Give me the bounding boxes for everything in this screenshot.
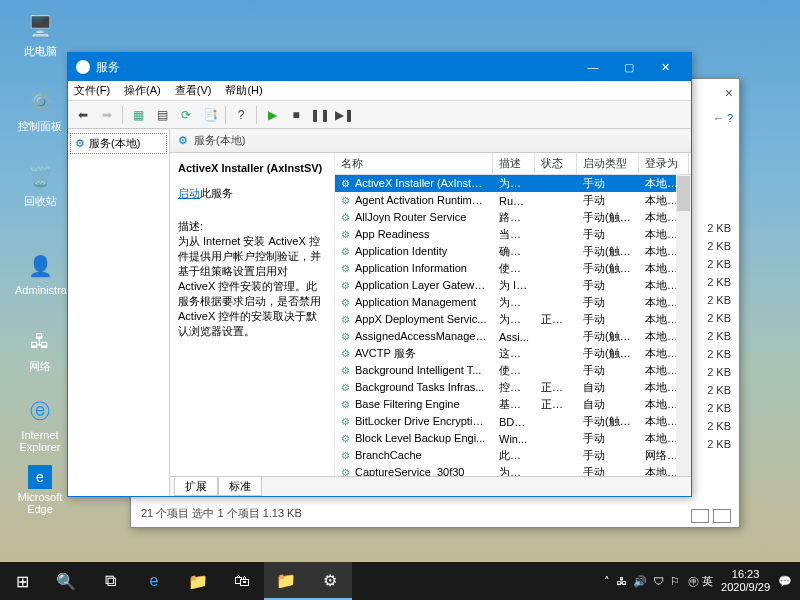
minimize-button[interactable]: — — [575, 53, 611, 81]
menu-view[interactable]: 查看(V) — [175, 83, 212, 98]
taskbar-services[interactable]: ⚙ — [308, 562, 352, 600]
description-text: 为从 Internet 安装 ActiveX 控件提供用户帐户控制验证，并基于组… — [178, 234, 326, 339]
forward-button[interactable]: ➡ — [96, 104, 118, 126]
desktop-icon-pc[interactable]: 🖥️此电脑 — [15, 10, 65, 59]
window-title: 服务 — [96, 59, 575, 76]
tab-standard[interactable]: 标准 — [218, 477, 262, 496]
desktop-icon-ie[interactable]: ⓔInternet Explorer — [15, 395, 65, 453]
maximize-button[interactable]: ▢ — [611, 53, 647, 81]
service-row[interactable]: ⚙Block Level Backup Engi...Win...手动本地系统 — [335, 430, 691, 447]
taskbar-clock[interactable]: 16:23 2020/9/29 — [721, 568, 770, 594]
service-row[interactable]: ⚙CaptureService_30f30为调...手动本地系统 — [335, 464, 691, 476]
taskview-button[interactable]: ⧉ — [88, 562, 132, 600]
desktop-icon-network[interactable]: 🖧网络 — [15, 325, 65, 374]
selected-service-name: ActiveX Installer (AxInstSV) — [178, 161, 326, 176]
view-large-icon[interactable] — [713, 509, 731, 523]
menu-file[interactable]: 文件(F) — [74, 83, 110, 98]
gear-icon: ⚙ — [341, 433, 353, 445]
scrollbar-thumb[interactable] — [677, 176, 690, 211]
view-details-icon[interactable] — [691, 509, 709, 523]
right-pane-header: ⚙ 服务(本地) — [170, 129, 691, 153]
ime-indicator[interactable]: ㊥ 英 — [688, 574, 713, 589]
service-row[interactable]: ⚙App Readiness当用...手动本地系统 — [335, 226, 691, 243]
export-button[interactable]: 📑 — [199, 104, 221, 126]
start-service-button[interactable]: ▶ — [261, 104, 283, 126]
start-button[interactable]: ⊞ — [0, 562, 44, 600]
desktop-icon-edge[interactable]: eMicrosoft Edge — [15, 465, 65, 515]
desktop-icon-admin[interactable]: 👤Administrat... — [15, 250, 65, 296]
gear-icon: ⚙ — [341, 416, 353, 428]
tab-extended[interactable]: 扩展 — [174, 477, 218, 496]
explorer-close-button[interactable]: × — [725, 85, 733, 101]
col-startup[interactable]: 启动类型 — [577, 153, 639, 174]
desktop-icon-recycle-bin[interactable]: 🗑️回收站 — [15, 160, 65, 209]
help-button[interactable]: ? — [230, 104, 252, 126]
col-logon[interactable]: 登录为 — [639, 153, 689, 174]
gear-icon: ⚙ — [341, 263, 353, 275]
col-status[interactable]: 状态 — [535, 153, 577, 174]
action-center-icon[interactable]: 💬 — [778, 575, 792, 588]
service-row[interactable]: ⚙BranchCache此服...手动网络服务 — [335, 447, 691, 464]
taskbar: ⊞ 🔍 ⧉ e 📁 🛍 📁 ⚙ ˄ 🖧 🔊 🛡 ⚐ ㊥ 英 16:23 2020… — [0, 562, 800, 600]
service-detail-pane: ActiveX Installer (AxInstSV) 启动此服务 描述: 为… — [170, 153, 335, 476]
service-row[interactable]: ⚙Application Management为通...手动本地系统 — [335, 294, 691, 311]
taskbar-explorer-running[interactable]: 📁 — [264, 562, 308, 600]
tray-volume-icon[interactable]: 🔊 — [633, 575, 647, 588]
menu-action[interactable]: 操作(A) — [124, 83, 161, 98]
restart-service-button[interactable]: ▶❚ — [333, 104, 355, 126]
service-row[interactable]: ⚙AppX Deployment Servic...为部...正在...手动本地… — [335, 311, 691, 328]
desktop-icon-control-panel[interactable]: ⚙️控制面板 — [15, 85, 65, 134]
stop-service-button[interactable]: ■ — [285, 104, 307, 126]
tray-shield-icon[interactable]: 🛡 — [653, 575, 664, 588]
menu-help[interactable]: 帮助(H) — [225, 83, 262, 98]
service-row[interactable]: ⚙Application Information使用...手动(触发...本地系… — [335, 260, 691, 277]
services-list: 名称 描述 状态 启动类型 登录为 ⚙ActiveX Installer (Ax… — [335, 153, 691, 476]
tray-network-icon[interactable]: 🖧 — [616, 575, 627, 588]
left-tree-pane: ⚙ 服务(本地) — [68, 129, 170, 496]
services-window: 服务 — ▢ ✕ 文件(F) 操作(A) 查看(V) 帮助(H) ⬅ ➡ ▦ ▤… — [67, 52, 692, 497]
menubar: 文件(F) 操作(A) 查看(V) 帮助(H) — [68, 81, 691, 101]
gear-icon: ⚙ — [341, 178, 353, 190]
tray-flag-icon[interactable]: ⚐ — [670, 575, 680, 588]
col-name[interactable]: 名称 — [335, 153, 493, 174]
show-hide-button[interactable]: ▦ — [127, 104, 149, 126]
service-row[interactable]: ⚙AllJoyn Router Service路由...手动(触发...本地服务 — [335, 209, 691, 226]
tree-services-local[interactable]: ⚙ 服务(本地) — [70, 133, 167, 154]
titlebar[interactable]: 服务 — ▢ ✕ — [68, 53, 691, 81]
service-row[interactable]: ⚙Application Identity确定...手动(触发...本地服务 — [335, 243, 691, 260]
back-button[interactable]: ⬅ — [72, 104, 94, 126]
service-row[interactable]: ⚙Background Tasks Infras...控制...正在...自动本… — [335, 379, 691, 396]
col-desc[interactable]: 描述 — [493, 153, 535, 174]
service-row[interactable]: ⚙Background Intelligent T...使用...手动本地系统 — [335, 362, 691, 379]
service-row[interactable]: ⚙BitLocker Drive Encryptio...BDE...手动(触发… — [335, 413, 691, 430]
taskbar-explorer[interactable]: 📁 — [176, 562, 220, 600]
search-button[interactable]: 🔍 — [44, 562, 88, 600]
close-button[interactable]: ✕ — [647, 53, 683, 81]
system-tray[interactable]: ˄ 🖧 🔊 🛡 ⚐ — [604, 575, 680, 588]
taskbar-edge[interactable]: e — [132, 562, 176, 600]
gear-icon: ⚙ — [341, 246, 353, 258]
pause-service-button[interactable]: ❚❚ — [309, 104, 331, 126]
service-row[interactable]: ⚙AVCTP 服务这是...手动(触发...本地服务 — [335, 345, 691, 362]
properties-button[interactable]: ▤ — [151, 104, 173, 126]
start-service-link[interactable]: 启动 — [178, 187, 200, 199]
explorer-statusbar: 21 个项目 选中 1 个项目 1.13 KB — [141, 506, 302, 521]
gear-icon: ⚙ — [178, 134, 188, 147]
gear-icon: ⚙ — [341, 467, 353, 476]
service-row[interactable]: ⚙AssignedAccessManager...Assi...手动(触发...… — [335, 328, 691, 345]
service-row[interactable]: ⚙Agent Activation Runtime...Runt...手动本地系… — [335, 192, 691, 209]
refresh-button[interactable]: ⟳ — [175, 104, 197, 126]
toolbar: ⬅ ➡ ▦ ▤ ⟳ 📑 ? ▶ ■ ❚❚ ▶❚ — [68, 101, 691, 129]
gear-icon: ⚙ — [341, 297, 353, 309]
service-row[interactable]: ⚙Application Layer Gatewa...为 In...手动本地服… — [335, 277, 691, 294]
nav-help-icon[interactable]: ? — [727, 112, 733, 124]
tray-up-icon[interactable]: ˄ — [604, 575, 610, 588]
scrollbar[interactable] — [676, 175, 691, 476]
description-label: 描述: — [178, 219, 326, 234]
gear-icon: ⚙ — [75, 137, 85, 150]
gear-icon: ⚙ — [341, 212, 353, 224]
taskbar-store[interactable]: 🛍 — [220, 562, 264, 600]
service-row[interactable]: ⚙ActiveX Installer (AxInstSV)为从 ...手动本地系… — [335, 175, 691, 192]
service-row[interactable]: ⚙Base Filtering Engine基本...正在...自动本地服务 — [335, 396, 691, 413]
nav-back-icon[interactable]: ← — [713, 112, 727, 124]
